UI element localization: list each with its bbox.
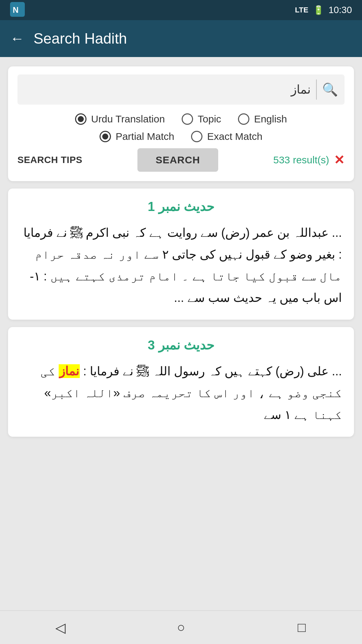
clear-results-button[interactable]: ✕: [334, 154, 345, 166]
lte-indicator: LTE: [295, 6, 308, 14]
battery-icon: 🔋: [313, 5, 324, 15]
radio-label-english: English: [254, 113, 287, 125]
search-input-row: 🔍: [17, 74, 345, 105]
language-radio-group: Urdu Translation Topic English: [17, 113, 345, 125]
search-tips-button[interactable]: SEARCH TIPS: [17, 155, 82, 165]
results-row: 533 result(s) ✕: [273, 154, 345, 166]
nav-recents-button[interactable]: □: [288, 614, 315, 641]
hadith-number-1: حدیث نمبر 1: [20, 199, 342, 214]
input-divider: [316, 79, 317, 100]
main-content: 🔍 Urdu Translation Topic English Partial: [0, 57, 362, 610]
radio-urdu-translation[interactable]: Urdu Translation: [75, 113, 165, 125]
radio-exact-match[interactable]: Exact Match: [191, 131, 262, 142]
radio-circle-topic: [182, 113, 193, 125]
status-bar: N LTE 🔋 10:30: [0, 0, 362, 20]
radio-circle-exact: [191, 131, 202, 142]
radio-circle-partial: [100, 131, 111, 142]
action-row: SEARCH TIPS SEARCH 533 result(s) ✕: [17, 148, 345, 172]
bottom-nav: ◁ ○ □: [0, 610, 362, 644]
back-button[interactable]: ←: [10, 32, 24, 46]
search-icon-button[interactable]: 🔍: [322, 83, 338, 96]
search-button[interactable]: SEARCH: [137, 148, 218, 172]
radio-english[interactable]: English: [238, 113, 287, 125]
radio-circle-english: [238, 113, 249, 125]
svg-text:N: N: [13, 5, 18, 14]
match-radio-group: Partial Match Exact Match: [17, 131, 345, 142]
hadith-card-1[interactable]: حدیث نمبر 1 ... عبداللہ بن عمر (رض) سے ر…: [8, 189, 354, 320]
nav-back-button[interactable]: ◁: [47, 614, 74, 641]
hadith-text-1: ... عبداللہ بن عمر (رض) سے روایت ہے کہ ن…: [20, 222, 342, 309]
radio-topic[interactable]: Topic: [182, 113, 221, 125]
radio-circle-urdu: [75, 113, 86, 125]
top-bar: ← Search Hadith: [0, 20, 362, 57]
hadith-number-2: حدیث نمبر 3: [20, 338, 342, 353]
radio-label-topic: Topic: [198, 113, 221, 125]
status-time: 10:30: [328, 5, 352, 15]
highlight-word-2: نماز: [59, 364, 80, 378]
hadith-card-2[interactable]: حدیث نمبر 3 ... علی (رض) کہتے ہیں کہ رسو…: [8, 327, 354, 436]
radio-label-partial: Partial Match: [116, 131, 174, 142]
search-input[interactable]: [24, 83, 311, 97]
status-icons: LTE 🔋 10:30: [295, 5, 352, 15]
app-logo: N: [10, 2, 25, 18]
search-card: 🔍 Urdu Translation Topic English Partial: [8, 66, 354, 181]
nav-home-button[interactable]: ○: [168, 614, 194, 641]
radio-label-exact: Exact Match: [207, 131, 262, 142]
radio-partial-match[interactable]: Partial Match: [100, 131, 174, 142]
hadith-text-2: ... علی (رض) کہتے ہیں کہ رسول اللہ ﷺ نے …: [20, 361, 342, 426]
page-title: Search Hadith: [34, 30, 127, 47]
radio-label-urdu: Urdu Translation: [91, 113, 165, 125]
results-count: 533 result(s): [273, 154, 329, 166]
